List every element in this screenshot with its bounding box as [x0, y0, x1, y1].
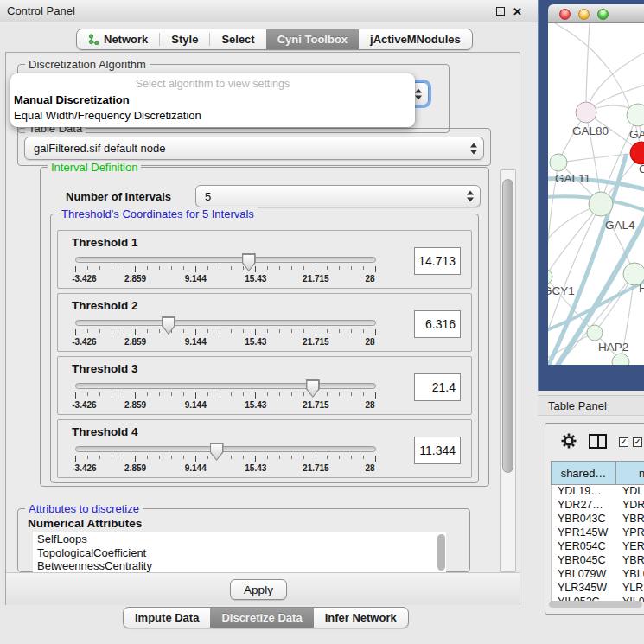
- table-row[interactable]: YDR27…YDR2: [552, 499, 644, 513]
- zoom-traffic-light-icon[interactable]: [597, 9, 609, 20]
- table-rows: YDL19…YDL1 YDR27…YDR2 YBR043CYBR0 YPR145…: [551, 485, 644, 602]
- table-row[interactable]: YBL079WYBL0: [552, 568, 644, 582]
- table-hscrollbar-thumb[interactable]: [549, 601, 642, 608]
- number-of-intervals-combo[interactable]: 5: [195, 185, 481, 207]
- algorithm-popup: Select algorithm to view settings Manual…: [10, 73, 415, 127]
- list-item[interactable]: TopologicalCoefficient: [33, 546, 446, 560]
- network-icon: [88, 34, 99, 45]
- checkbox-icon[interactable]: ✓: [619, 437, 628, 447]
- table-header-row: shared… na: [551, 461, 644, 485]
- threshold-2-value[interactable]: 6.316: [414, 310, 461, 338]
- table-row[interactable]: YLR345WYLR3: [552, 582, 644, 596]
- slider-tick-labels: -3.426 2.859 9.144 15.43 21.715 28: [75, 337, 376, 348]
- float-window-icon[interactable]: [496, 7, 505, 16]
- popup-hint: Select algorithm to view settings: [10, 78, 415, 90]
- popup-option-equal-width[interactable]: Equal Width/Frequency Discretization: [14, 109, 201, 122]
- threshold-2-label: Threshold 2: [72, 299, 138, 312]
- combo-arrows-icon: [470, 143, 477, 154]
- threshold-4-value[interactable]: 11.344: [414, 437, 461, 464]
- close-icon[interactable]: ✕: [513, 5, 522, 18]
- node-bottom[interactable]: [612, 354, 629, 365]
- threshold-3-value[interactable]: 21.4: [414, 373, 461, 401]
- tab-infer-network[interactable]: Infer Network: [314, 608, 408, 628]
- apply-button[interactable]: Apply: [230, 579, 287, 600]
- threshold-2-card: Threshold 2 -3.426 2.859 9.144 15.43 21.…: [57, 293, 472, 352]
- panel-scrollbar[interactable]: [500, 169, 516, 572]
- threshold-1-label: Threshold 1: [72, 236, 138, 249]
- slider-track[interactable]: [75, 383, 376, 389]
- node-gcy1[interactable]: [548, 269, 552, 284]
- network-graph[interactable]: GAL80 GA C GAL11 GAL4 GCY1 H HAP2: [548, 23, 644, 365]
- network-window-titlebar: [548, 4, 644, 23]
- threshold-1-slider[interactable]: -3.426 2.859 9.144 15.43 21.715 28: [75, 257, 376, 286]
- attributes-group-title: Attributes to discretize: [25, 502, 143, 515]
- tab-select[interactable]: Select: [210, 29, 265, 49]
- combo-arrows-icon: [415, 88, 422, 99]
- list-item[interactable]: BetweennessCentrality: [33, 559, 446, 572]
- slider-track[interactable]: [75, 257, 376, 263]
- slider-tick-labels: -3.426 2.859 9.144 15.43 21.715 28: [75, 400, 376, 411]
- table-row[interactable]: YER054CYER0: [552, 540, 644, 554]
- apply-strip: Apply: [6, 572, 520, 605]
- network-canvas[interactable]: GAL80 GA C GAL11 GAL4 GCY1 H HAP2: [548, 23, 644, 365]
- top-tab-bar: Network Style Select Cyni Toolbox jActiv…: [76, 29, 473, 50]
- node-table[interactable]: shared… na YDL19…YDL1 YDR27…YDR2 YBR043C…: [551, 461, 644, 602]
- list-scrollbar[interactable]: [437, 534, 445, 571]
- threshold-1-value[interactable]: 14.713: [414, 247, 461, 275]
- list-item[interactable]: SelfLoops: [33, 532, 446, 546]
- network-window-frame: GAL80 GA C GAL11 GAL4 GCY1 H HAP2: [538, 0, 644, 391]
- tab-impute-data[interactable]: Impute Data: [124, 608, 210, 628]
- table-panel-window: ✓ ✓ shared… na YDL19…YDL1 YDR27…YDR2 YBR…: [545, 423, 644, 615]
- threshold-1-card: Threshold 1 -3.426 2.859 9.144 15.43 21.…: [57, 230, 472, 289]
- table-toolbar: ✓ ✓: [545, 424, 644, 456]
- node-pink[interactable]: [576, 102, 596, 123]
- slider-tick-labels: -3.426 2.859 9.144 15.43 21.715 28: [75, 274, 376, 284]
- tab-jactivemnodules[interactable]: jActiveMNodules: [359, 29, 472, 49]
- control-panel-titlebar: Control Panel ✕: [0, 0, 538, 22]
- threshold-4-slider[interactable]: -3.426 2.859 9.144 15.43 21.715 28: [75, 446, 376, 475]
- interval-definition-title: Interval Definition: [48, 161, 141, 174]
- node-label: H: [639, 282, 644, 295]
- slider-tick-labels: -3.426 2.859 9.144 15.43 21.715 28: [75, 463, 376, 474]
- threshold-3-card: Threshold 3 -3.426 2.859 9.144 15.43 21.…: [57, 356, 472, 415]
- discretization-algorithm-title: Discretization Algorithm: [25, 58, 150, 71]
- table-data-combo[interactable]: galFiltered.sif default node: [24, 137, 484, 160]
- checkbox-icon[interactable]: ✓: [633, 437, 642, 447]
- threshold-2-slider[interactable]: -3.426 2.859 9.144 15.43 21.715 28: [75, 320, 376, 349]
- table-row[interactable]: YDL19…YDL1: [552, 485, 644, 499]
- table-hscrollbar[interactable]: [549, 601, 644, 609]
- slider-track[interactable]: [75, 320, 376, 326]
- minimize-traffic-light-icon[interactable]: [578, 9, 590, 20]
- control-panel: Control Panel ✕ Network Style Select Cyn…: [0, 0, 538, 644]
- node-gal4[interactable]: [589, 192, 613, 216]
- node-label: GAL11: [555, 172, 590, 185]
- column-header-shared[interactable]: shared…: [551, 461, 616, 485]
- tab-network[interactable]: Network: [77, 29, 159, 49]
- gear-icon[interactable]: [561, 433, 577, 449]
- slider-track[interactable]: [75, 446, 376, 452]
- node-gal11[interactable]: [550, 154, 567, 171]
- node-label: C: [639, 163, 644, 175]
- combo-arrows-icon: [467, 191, 474, 202]
- node-hap2[interactable]: [587, 325, 603, 341]
- table-row[interactable]: YBR043CYBR0: [552, 513, 644, 526]
- tab-cyni-toolbox[interactable]: Cyni Toolbox: [266, 29, 359, 49]
- panel-title: Control Panel: [7, 4, 75, 17]
- number-of-intervals-value: 5: [205, 190, 211, 203]
- thresholds-group-title: Threshold's Coordinates for 5 Intervals: [58, 207, 258, 220]
- tab-discretize-data[interactable]: Discretize Data: [210, 608, 313, 628]
- threshold-3-slider[interactable]: -3.426 2.859 9.144 15.43 21.715 28: [75, 383, 376, 412]
- table-row[interactable]: YBR045CYBR0: [552, 554, 644, 568]
- tab-style[interactable]: Style: [160, 29, 209, 49]
- close-traffic-light-icon[interactable]: [559, 9, 571, 20]
- columns-icon[interactable]: [589, 434, 607, 449]
- node-label: GA: [629, 128, 644, 141]
- table-panel-titlebar: Table Panel: [538, 395, 644, 416]
- panel-scrollbar-thumb[interactable]: [502, 179, 513, 473]
- network-nodes[interactable]: [548, 102, 644, 365]
- popup-option-manual[interactable]: Manual Discretization: [14, 93, 130, 106]
- table-data-value: galFiltered.sif default node: [34, 142, 165, 155]
- table-row[interactable]: YPR145WYPR1: [552, 526, 644, 540]
- column-header-name[interactable]: na: [616, 461, 644, 485]
- numerical-attributes-list[interactable]: SelfLoops TopologicalCoefficient Between…: [33, 532, 446, 572]
